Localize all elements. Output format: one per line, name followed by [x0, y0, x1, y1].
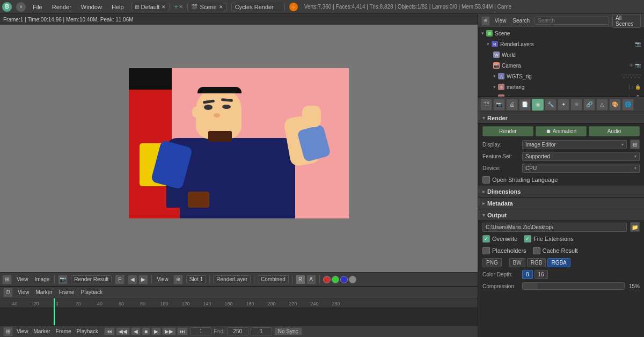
particles-props-btn[interactable]: ✦	[558, 99, 569, 111]
view-menu-btn2[interactable]: View	[155, 276, 170, 283]
rgba-btn[interactable]: RGBA	[547, 258, 570, 267]
jump-end-btn[interactable]: ⏭	[177, 327, 188, 335]
play-reverse-btn[interactable]: ◀	[131, 327, 141, 335]
blue-dot-btn[interactable]	[340, 276, 348, 283]
menu-file[interactable]: File	[30, 3, 45, 11]
prev-frame-btn[interactable]: ◀◀	[116, 327, 130, 335]
placeholders-checkbox[interactable]	[482, 247, 490, 254]
menu-window[interactable]: Window	[78, 3, 105, 11]
object-props-btn[interactable]: ◉	[532, 99, 544, 111]
object-data-props-btn[interactable]: △	[596, 99, 608, 111]
no-sync-btn[interactable]: No Sync	[274, 327, 302, 335]
display-dropdown[interactable]: Image Editor ▾	[522, 140, 627, 149]
pin-btn[interactable]: F	[115, 275, 125, 284]
timeline-playback-btn[interactable]: Playback	[79, 289, 105, 296]
jump-start-btn[interactable]: ⏮	[104, 327, 115, 335]
alpha-btn[interactable]: A	[306, 275, 316, 284]
outliner-view-btn[interactable]: View	[493, 17, 508, 24]
scene-props-btn[interactable]: 🎬	[480, 99, 492, 111]
device-dropdown[interactable]: CPU ▾	[522, 164, 640, 173]
view-layer-props-btn[interactable]: 📑	[519, 99, 531, 111]
overwrite-checkbox[interactable]: ✓	[482, 235, 490, 243]
modifier-props-btn[interactable]: 🔧	[545, 99, 557, 111]
close-workspace-btn[interactable]: ✕	[179, 4, 183, 10]
depth-8-btn[interactable]: 8	[522, 270, 533, 279]
frame-label-footer[interactable]: Frame	[54, 328, 73, 335]
outliner-item-world[interactable]: W World	[478, 49, 644, 60]
viewport-icon-btn[interactable]: ⊞	[2, 275, 12, 284]
render-viewport[interactable]: Frame:1 | Time:00:14.96 | Mem:10.48M, Pe…	[0, 14, 478, 272]
nav-right-btn[interactable]: ▶	[138, 275, 148, 284]
feature-set-dropdown[interactable]: Supported ▾	[522, 152, 640, 161]
timeline-icon-btn[interactable]: ⏱	[3, 288, 13, 297]
outliner-item-scene[interactable]: ▾ S Scene	[478, 28, 644, 39]
current-frame-input[interactable]: 1	[251, 327, 272, 335]
cache-result-checkbox[interactable]	[533, 247, 540, 254]
slot-selector[interactable]: Slot 1	[186, 275, 207, 283]
output-path-field[interactable]: C:\Users\Mario Zio\Desktop\	[482, 223, 627, 232]
osl-checkbox[interactable]	[482, 176, 490, 184]
timeline-marker-btn[interactable]: Marker	[34, 289, 54, 296]
depth-16-btn[interactable]: 16	[535, 270, 548, 279]
render-image-btn[interactable]: Render	[482, 126, 533, 136]
file-extensions-checkbox[interactable]: ✓	[524, 235, 531, 243]
audio-btn[interactable]: Audio	[589, 126, 640, 136]
outliner-item-wgts[interactable]: ▾ △ WGTS_rig ▽▽▽▽▽	[478, 71, 644, 82]
end-frame-input[interactable]: 250	[227, 327, 248, 335]
outliner-item-renderlayers[interactable]: ▾ R RenderLayers 📷	[478, 39, 644, 49]
combined-selector[interactable]: Combined	[258, 275, 289, 283]
world-props-btn[interactable]: 🌐	[622, 99, 634, 111]
timeline-frame-btn[interactable]: Frame	[57, 289, 76, 296]
outliner-search-input[interactable]	[535, 17, 609, 25]
gray-dot-btn[interactable]	[349, 276, 356, 283]
rgb-btn[interactable]: RGB	[527, 258, 546, 267]
render-props-btn[interactable]: 📷	[493, 99, 505, 111]
menu-help[interactable]: Help	[109, 3, 127, 11]
output-browse-btn[interactable]: 📁	[630, 222, 640, 232]
display-extra-btn[interactable]: ⊞	[630, 140, 640, 149]
render-result-icon[interactable]: 📷	[58, 275, 68, 284]
image-menu-btn[interactable]: Image	[33, 276, 52, 283]
outliner-icon-btn[interactable]: ≡	[481, 16, 490, 26]
view-label-footer[interactable]: View	[15, 328, 30, 335]
dimensions-section-header[interactable]: ▸ Dimensions	[478, 186, 644, 197]
playback-label-footer[interactable]: Playback	[75, 328, 100, 335]
render-layer-selector[interactable]: RenderLayer	[213, 275, 251, 283]
bw-btn[interactable]: BW	[509, 258, 525, 267]
start-frame-input[interactable]: 1	[190, 327, 211, 335]
png-btn[interactable]: PNG	[482, 258, 502, 267]
red-dot-btn[interactable]	[323, 276, 331, 283]
all-scenes-selector[interactable]: All Scenes	[612, 14, 641, 28]
material-props-btn[interactable]: 🎨	[609, 99, 621, 111]
output-section-header[interactable]: ▾ Output	[478, 209, 644, 221]
zoom-btn[interactable]: ⊕	[173, 275, 183, 284]
marker-label-footer[interactable]: Marker	[32, 328, 52, 335]
green-dot-btn[interactable]	[332, 276, 339, 283]
color-channels-btn[interactable]: R	[296, 275, 305, 284]
animation-btn[interactable]: ⏺ Animation	[536, 126, 587, 136]
render-section-header[interactable]: ▾ Render	[478, 112, 644, 124]
nav-left-btn[interactable]: ◀	[128, 275, 137, 284]
view-menu-btn[interactable]: View	[15, 276, 30, 283]
metadata-section-header[interactable]: ▸ Metadata	[478, 197, 644, 209]
compression-bar[interactable]	[522, 282, 625, 290]
timeline-content[interactable]: -40 -20 0 20 40 60 80 100 120 140 160 18…	[0, 298, 478, 325]
outliner-item-rig[interactable]: ▾ ⌾ rig | ↕ 🔒	[478, 92, 644, 97]
stop-btn[interactable]: ■	[142, 327, 150, 335]
outliner-item-camera[interactable]: 📷 Camera 👁 📷	[478, 60, 644, 71]
outliner-search-btn[interactable]: Search	[511, 17, 531, 24]
scene-selector[interactable]: 🎬 Scene ✕	[187, 3, 226, 11]
outliner-item-metarig[interactable]: ▾ ⌾ metarig | ↕ 🔒	[478, 82, 644, 92]
constraints-props-btn[interactable]: 🔗	[583, 99, 595, 111]
engine-selector[interactable]: Cycles Render	[231, 3, 285, 11]
timeline-view-btn[interactable]: View	[16, 289, 31, 296]
workspace-selector[interactable]: ⊞ Default ✕	[131, 3, 170, 11]
play-btn[interactable]: ▶	[151, 327, 161, 335]
next-frame-btn[interactable]: ▶▶	[162, 327, 176, 335]
timeline-settings-btn[interactable]: ⊞	[3, 327, 13, 336]
physics-props-btn[interactable]: ⚛	[570, 99, 582, 111]
timeline-playhead[interactable]	[54, 298, 55, 325]
add-workspace-btn[interactable]: +	[174, 3, 178, 11]
menu-render[interactable]: Render	[49, 3, 74, 11]
output-props-btn[interactable]: 🖨	[506, 99, 518, 111]
